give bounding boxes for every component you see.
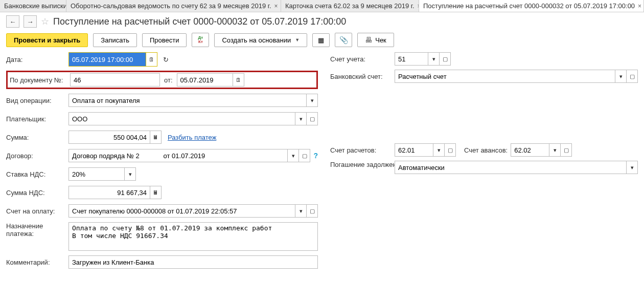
chevron-down-icon[interactable]: ▾ [549,143,561,157]
nav-forward-button[interactable]: → [24,15,37,28]
row-invoice: Счет на оплату: ▾ ▢ [6,204,318,218]
tab-osv[interactable]: Оборотно-сальдовая ведомость по счету 62… [66,0,281,12]
contract-input[interactable] [68,149,288,162]
row-op-type: Вид операции: ▾ [6,93,318,107]
help-icon[interactable]: ? [313,152,318,160]
invoice-group: ▾ ▢ [68,204,318,218]
vat-rate-input[interactable] [68,167,125,181]
calculator-icon[interactable]: 🖩 [150,186,162,199]
label-bank-acc: Банковский счет: [330,73,392,80]
tab-label: Карточка счета 62.02 за 9 месяцев 2019 г… [285,2,415,10]
label-purpose: Назначение платежа: [6,222,68,238]
payer-input[interactable] [68,112,295,125]
label-vat-rate: Ставка НДС: [6,170,68,178]
doc-date-input[interactable] [177,73,233,87]
open-ref-icon[interactable]: ▢ [299,149,310,162]
nav-back-button[interactable]: ← [6,15,19,28]
cheque-button[interactable]: 🖶 Чек [357,33,394,47]
chevron-down-icon[interactable]: ▾ [125,167,136,181]
paperclip-icon: 📎 [339,36,348,44]
close-icon[interactable]: × [638,3,641,10]
label-payer: Плательщик: [6,115,68,123]
label-vat-sum: Сумма НДС: [6,189,68,197]
row-account: Счет учета: ▾ ▢ [330,52,638,66]
doc-no-input[interactable] [70,73,160,87]
post-button[interactable]: Провести [142,33,187,47]
label-advance-acc: Счет авансов: [464,146,508,154]
form-right-column: Счет учета: ▾ ▢ Банковский счет: ▾ ▢ Сче… [330,52,638,273]
op-type-input[interactable] [68,94,307,107]
vat-sum-input[interactable] [68,186,150,199]
refresh-icon[interactable]: ↻ [163,55,175,64]
highlight-doc-number: По документу №: от: 🗓 [6,71,318,89]
star-icon[interactable]: ☆ [41,16,49,27]
tab-current-doc[interactable]: Поступление на расчетный счет 0000-00003… [419,0,644,12]
open-ref-icon[interactable]: ▢ [307,204,318,218]
tab-card[interactable]: Карточка счета 62.02 за 9 месяцев 2019 г… [281,0,419,12]
settlement-acc-input[interactable] [395,143,433,157]
debt-repay-input[interactable] [395,161,627,174]
page-title: Поступление на расчетный счет 0000-00003… [53,16,346,27]
vat-rate-group: ▾ [68,167,136,181]
date-field-wrap: 🗓 [68,52,157,67]
create-based-button[interactable]: Создать на основании ▼ [214,33,307,47]
purpose-textarea[interactable] [68,222,318,251]
bank-acc-input[interactable] [395,70,615,83]
split-payment-link[interactable]: Разбить платеж [168,134,216,141]
label-from: от: [164,76,173,84]
contract-group: ▾ ▢ [68,149,310,162]
post-and-close-button[interactable]: Провести и закрыть [6,33,88,47]
row-debt-repay: Погашение задолженности: ▾ [330,161,638,174]
advance-acc-input[interactable] [511,143,549,157]
calendar-icon[interactable]: 🗓 [146,53,157,66]
row-date: Дата: 🗓 ↻ [6,52,318,67]
tab-bank-statements[interactable]: Банковские выписки × [0,0,66,12]
chevron-down-icon[interactable]: ▾ [288,149,299,162]
row-payer: Плательщик: ▾ ▢ [6,112,318,126]
save-button[interactable]: Записать [93,33,137,47]
chevron-down-icon[interactable]: ▾ [428,52,440,66]
label-contract: Договор: [6,152,68,160]
chevron-down-icon[interactable]: ▾ [307,94,318,107]
chevron-down-icon[interactable]: ▾ [295,204,307,218]
open-ref-icon[interactable]: ▢ [627,70,638,83]
open-ref-icon[interactable]: ▢ [561,143,572,157]
close-icon[interactable]: × [274,3,278,10]
calendar-icon[interactable]: 🗓 [233,73,244,87]
tab-bar: Банковские выписки × Оборотно-сальдовая … [0,0,644,12]
chevron-down-icon[interactable]: ▾ [295,112,307,125]
open-ref-icon[interactable]: ▢ [307,112,318,125]
open-ref-icon[interactable]: ▢ [440,52,451,66]
sum-input[interactable] [68,131,150,144]
printer-icon: 🖶 [365,36,372,44]
label-doc-no: По документу №: [10,76,70,84]
grid-icon: ▦ [318,36,324,44]
calculator-icon[interactable]: 🖩 [150,131,162,144]
date-input[interactable] [69,53,146,66]
row-comment: Комментарий: [6,255,318,269]
label-date: Дата: [6,56,68,63]
open-ref-icon[interactable]: ▢ [445,143,456,157]
cheque-label: Чек [375,36,386,44]
sum-group: 🖩 [68,131,162,144]
settlement-acc-group: ▾ ▢ [395,143,456,157]
registry-button[interactable]: ▦ [312,33,330,47]
row-sum: Сумма: 🖩 Разбить платеж [6,130,318,144]
op-type-group: ▾ [68,94,318,107]
chevron-down-icon[interactable]: ▾ [433,143,445,157]
advance-acc-group: ▾ ▢ [511,143,572,157]
label-invoice: Счет на оплату: [6,207,68,215]
debt-repay-group: ▾ [395,161,638,174]
form-area: Дата: 🗓 ↻ По документу №: от: 🗓 Вид опер… [0,52,644,273]
dtkt-button[interactable]: ДтКт [192,33,209,47]
vat-sum-group: 🖩 [68,186,162,199]
create-based-label: Создать на основании [222,36,291,44]
attach-button[interactable]: 📎 [335,33,352,47]
invoice-input[interactable] [68,204,295,218]
bank-acc-group: ▾ ▢ [395,70,638,83]
chevron-down-icon[interactable]: ▾ [615,70,627,83]
toolbar: Провести и закрыть Записать Провести ДтК… [0,31,644,52]
account-input[interactable] [395,52,428,66]
comment-input[interactable] [68,255,318,269]
chevron-down-icon[interactable]: ▾ [627,161,638,174]
